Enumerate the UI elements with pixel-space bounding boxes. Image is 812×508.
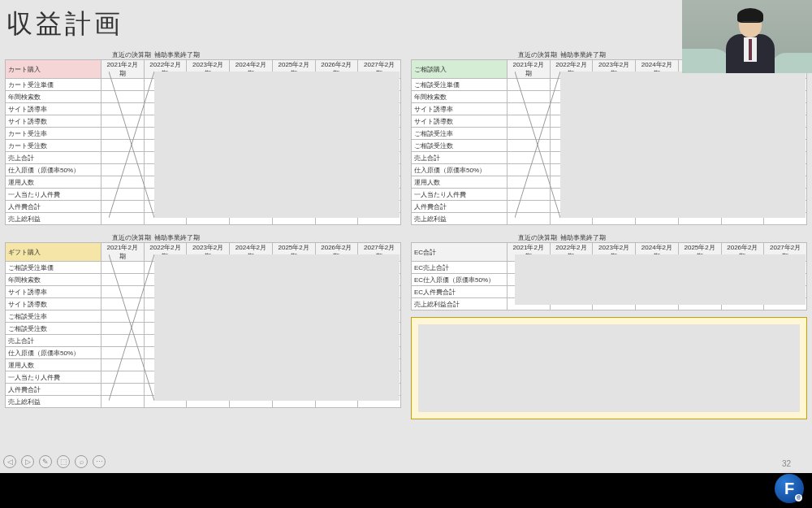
- block-consult: 直近の決算期補助事業終了期 ご相談購入 2021年2月期2022年2月期2023…: [411, 50, 807, 225]
- table-header-label: カート購入: [6, 60, 102, 79]
- table-grid: 直近の決算期 補助事業終了期 カート購入 2021年2月期 2022年2月期 2…: [0, 50, 812, 424]
- redacted-overlay: [154, 254, 400, 401]
- prev-button[interactable]: ◁: [3, 455, 16, 468]
- redacted-overlay: [560, 72, 806, 218]
- slide-controls: ◁ ▷ ✎ ⬚ ⌕ ⋯: [3, 455, 106, 468]
- page-number: 32: [782, 459, 791, 468]
- block-ec: 直近の決算期補助事業終了期 EC合計 2021年2月期2022年2月期2023年…: [411, 233, 807, 419]
- next-button[interactable]: ▷: [21, 455, 34, 468]
- stage: 収益計画 直近の決算期 補助事業終了期 カート購入 2021年2月期 2022年…: [0, 0, 812, 508]
- sublabel-row: 直近の決算期 補助事業終了期: [5, 50, 401, 59]
- webcam-overlay: [682, 0, 812, 73]
- zoom-button[interactable]: ⌕: [75, 455, 88, 468]
- notes-box: [411, 317, 807, 419]
- block-cart: 直近の決算期 補助事業終了期 カート購入 2021年2月期 2022年2月期 2…: [5, 50, 401, 225]
- table-header-label: ギフト購入: [6, 243, 102, 262]
- redacted-overlay: [154, 72, 400, 218]
- pen-button[interactable]: ✎: [39, 455, 52, 468]
- redacted-overlay: [515, 254, 806, 305]
- brand-logo: F ®: [775, 474, 804, 503]
- table-header-label: EC合計: [412, 243, 508, 262]
- more-button[interactable]: ⋯: [93, 455, 106, 468]
- registered-icon: ®: [795, 494, 802, 501]
- redacted-overlay: [418, 324, 800, 412]
- table-header-label: ご相談購入: [412, 60, 508, 79]
- pointer-button[interactable]: ⬚: [57, 455, 70, 468]
- block-gift: 直近の決算期補助事業終了期 ギフト購入 2021年2月期2022年2月期2023…: [5, 233, 401, 419]
